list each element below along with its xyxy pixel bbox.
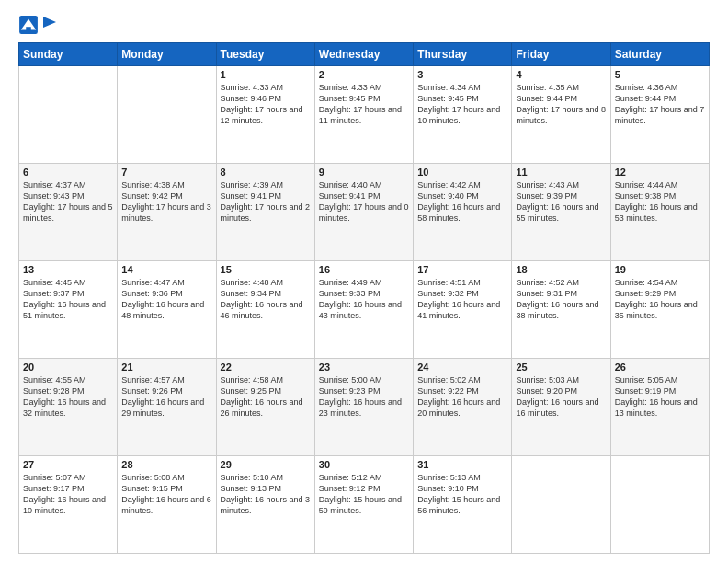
calendar-cell: 23Sunrise: 5:00 AM Sunset: 9:23 PM Dayli… <box>314 359 413 456</box>
day-info: Sunrise: 4:38 AM Sunset: 9:42 PM Dayligh… <box>121 179 211 224</box>
svg-marker-3 <box>43 17 56 28</box>
day-info: Sunrise: 5:12 AM Sunset: 9:12 PM Dayligh… <box>319 472 409 517</box>
day-info: Sunrise: 4:51 AM Sunset: 9:32 PM Dayligh… <box>417 277 507 322</box>
calendar-header-wednesday: Wednesday <box>314 43 413 66</box>
calendar-cell: 12Sunrise: 4:44 AM Sunset: 9:38 PM Dayli… <box>610 164 709 261</box>
calendar-cell: 11Sunrise: 4:43 AM Sunset: 9:39 PM Dayli… <box>512 164 610 261</box>
day-info: Sunrise: 4:49 AM Sunset: 9:33 PM Dayligh… <box>319 277 409 322</box>
day-number: 28 <box>121 459 211 470</box>
day-number: 8 <box>221 167 311 178</box>
calendar-cell: 18Sunrise: 4:52 AM Sunset: 9:31 PM Dayli… <box>512 261 610 359</box>
day-info: Sunrise: 5:02 AM Sunset: 9:22 PM Dayligh… <box>417 374 507 419</box>
day-info: Sunrise: 4:40 AM Sunset: 9:41 PM Dayligh… <box>319 179 409 224</box>
day-number: 13 <box>23 264 113 275</box>
calendar-week-row: 20Sunrise: 4:55 AM Sunset: 9:28 PM Dayli… <box>19 359 710 456</box>
calendar-cell <box>610 456 709 554</box>
day-number: 27 <box>23 459 113 470</box>
calendar-cell: 3Sunrise: 4:34 AM Sunset: 9:45 PM Daylig… <box>414 66 512 164</box>
day-number: 31 <box>417 459 507 470</box>
day-info: Sunrise: 5:00 AM Sunset: 9:23 PM Dayligh… <box>319 374 409 419</box>
day-info: Sunrise: 4:44 AM Sunset: 9:38 PM Dayligh… <box>615 179 705 224</box>
calendar-cell: 30Sunrise: 5:12 AM Sunset: 9:12 PM Dayli… <box>314 456 413 554</box>
calendar-header-row: SundayMondayTuesdayWednesdayThursdayFrid… <box>19 43 710 66</box>
day-number: 10 <box>417 167 507 178</box>
day-number: 30 <box>319 459 409 470</box>
day-info: Sunrise: 5:10 AM Sunset: 9:13 PM Dayligh… <box>221 472 311 517</box>
day-info: Sunrise: 4:55 AM Sunset: 9:28 PM Dayligh… <box>23 374 113 419</box>
calendar-cell <box>118 66 216 164</box>
calendar-cell: 19Sunrise: 4:54 AM Sunset: 9:29 PM Dayli… <box>610 261 709 359</box>
day-info: Sunrise: 5:07 AM Sunset: 9:17 PM Dayligh… <box>23 472 113 517</box>
calendar-week-row: 6Sunrise: 4:37 AM Sunset: 9:43 PM Daylig… <box>19 164 710 261</box>
day-info: Sunrise: 4:57 AM Sunset: 9:26 PM Dayligh… <box>121 374 211 419</box>
day-number: 17 <box>417 264 507 275</box>
calendar-cell: 22Sunrise: 4:58 AM Sunset: 9:25 PM Dayli… <box>216 359 314 456</box>
day-number: 15 <box>221 264 311 275</box>
day-info: Sunrise: 5:03 AM Sunset: 9:20 PM Dayligh… <box>516 374 606 419</box>
day-number: 23 <box>319 362 409 373</box>
calendar-cell: 15Sunrise: 4:48 AM Sunset: 9:34 PM Dayli… <box>216 261 314 359</box>
calendar-cell: 4Sunrise: 4:35 AM Sunset: 9:44 PM Daylig… <box>512 66 610 164</box>
calendar-cell: 28Sunrise: 5:08 AM Sunset: 9:15 PM Dayli… <box>118 456 216 554</box>
day-number: 2 <box>319 69 409 80</box>
day-number: 7 <box>121 167 211 178</box>
calendar-cell: 14Sunrise: 4:47 AM Sunset: 9:36 PM Dayli… <box>118 261 216 359</box>
calendar-cell: 7Sunrise: 4:38 AM Sunset: 9:42 PM Daylig… <box>118 164 216 261</box>
day-info: Sunrise: 4:58 AM Sunset: 9:25 PM Dayligh… <box>221 374 311 419</box>
calendar-cell: 24Sunrise: 5:02 AM Sunset: 9:22 PM Dayli… <box>414 359 512 456</box>
day-number: 21 <box>121 362 211 373</box>
day-number: 12 <box>615 167 705 178</box>
logo-flag-icon <box>43 17 56 33</box>
day-info: Sunrise: 4:43 AM Sunset: 9:39 PM Dayligh… <box>516 179 606 224</box>
calendar-cell <box>512 456 610 554</box>
calendar-header-friday: Friday <box>512 43 610 66</box>
calendar-header-saturday: Saturday <box>610 43 709 66</box>
day-number: 6 <box>23 167 113 178</box>
calendar-cell: 6Sunrise: 4:37 AM Sunset: 9:43 PM Daylig… <box>19 164 118 261</box>
day-number: 3 <box>417 69 507 80</box>
page: SundayMondayTuesdayWednesdayThursdayFrid… <box>0 0 728 563</box>
day-info: Sunrise: 4:33 AM Sunset: 9:45 PM Dayligh… <box>319 82 409 127</box>
calendar-week-row: 1Sunrise: 4:33 AM Sunset: 9:46 PM Daylig… <box>19 66 710 164</box>
calendar-cell: 29Sunrise: 5:10 AM Sunset: 9:13 PM Dayli… <box>216 456 314 554</box>
header <box>18 15 710 35</box>
day-number: 4 <box>516 69 606 80</box>
day-number: 26 <box>615 362 705 373</box>
logo <box>18 15 57 35</box>
day-number: 29 <box>221 459 311 470</box>
day-info: Sunrise: 4:36 AM Sunset: 9:44 PM Dayligh… <box>615 82 705 127</box>
day-number: 14 <box>121 264 211 275</box>
calendar-cell: 13Sunrise: 4:45 AM Sunset: 9:37 PM Dayli… <box>19 261 118 359</box>
calendar-header-monday: Monday <box>118 43 216 66</box>
calendar-header-tuesday: Tuesday <box>216 43 314 66</box>
calendar-cell: 10Sunrise: 4:42 AM Sunset: 9:40 PM Dayli… <box>414 164 512 261</box>
day-info: Sunrise: 4:47 AM Sunset: 9:36 PM Dayligh… <box>121 277 211 322</box>
calendar-cell: 25Sunrise: 5:03 AM Sunset: 9:20 PM Dayli… <box>512 359 610 456</box>
day-info: Sunrise: 4:39 AM Sunset: 9:41 PM Dayligh… <box>221 179 311 224</box>
calendar-table: SundayMondayTuesdayWednesdayThursdayFrid… <box>18 42 710 554</box>
calendar-week-row: 13Sunrise: 4:45 AM Sunset: 9:37 PM Dayli… <box>19 261 710 359</box>
calendar-cell: 1Sunrise: 4:33 AM Sunset: 9:46 PM Daylig… <box>216 66 314 164</box>
day-number: 25 <box>516 362 606 373</box>
day-info: Sunrise: 4:54 AM Sunset: 9:29 PM Dayligh… <box>615 277 705 322</box>
calendar-cell: 2Sunrise: 4:33 AM Sunset: 9:45 PM Daylig… <box>314 66 413 164</box>
day-number: 20 <box>23 362 113 373</box>
day-info: Sunrise: 5:05 AM Sunset: 9:19 PM Dayligh… <box>615 374 705 419</box>
day-number: 11 <box>516 167 606 178</box>
day-info: Sunrise: 4:52 AM Sunset: 9:31 PM Dayligh… <box>516 277 606 322</box>
day-info: Sunrise: 5:13 AM Sunset: 9:10 PM Dayligh… <box>417 472 507 517</box>
calendar-cell: 20Sunrise: 4:55 AM Sunset: 9:28 PM Dayli… <box>19 359 118 456</box>
day-info: Sunrise: 4:35 AM Sunset: 9:44 PM Dayligh… <box>516 82 606 127</box>
day-info: Sunrise: 5:08 AM Sunset: 9:15 PM Dayligh… <box>121 472 211 517</box>
calendar-cell: 5Sunrise: 4:36 AM Sunset: 9:44 PM Daylig… <box>610 66 709 164</box>
calendar-cell: 27Sunrise: 5:07 AM Sunset: 9:17 PM Dayli… <box>19 456 118 554</box>
calendar-cell: 26Sunrise: 5:05 AM Sunset: 9:19 PM Dayli… <box>610 359 709 456</box>
calendar-cell: 31Sunrise: 5:13 AM Sunset: 9:10 PM Dayli… <box>414 456 512 554</box>
svg-rect-2 <box>26 27 31 30</box>
day-info: Sunrise: 4:45 AM Sunset: 9:37 PM Dayligh… <box>23 277 113 322</box>
logo-icon <box>18 15 39 35</box>
calendar-cell: 17Sunrise: 4:51 AM Sunset: 9:32 PM Dayli… <box>414 261 512 359</box>
calendar-cell: 21Sunrise: 4:57 AM Sunset: 9:26 PM Dayli… <box>118 359 216 456</box>
calendar-cell: 9Sunrise: 4:40 AM Sunset: 9:41 PM Daylig… <box>314 164 413 261</box>
day-info: Sunrise: 4:37 AM Sunset: 9:43 PM Dayligh… <box>23 179 113 224</box>
